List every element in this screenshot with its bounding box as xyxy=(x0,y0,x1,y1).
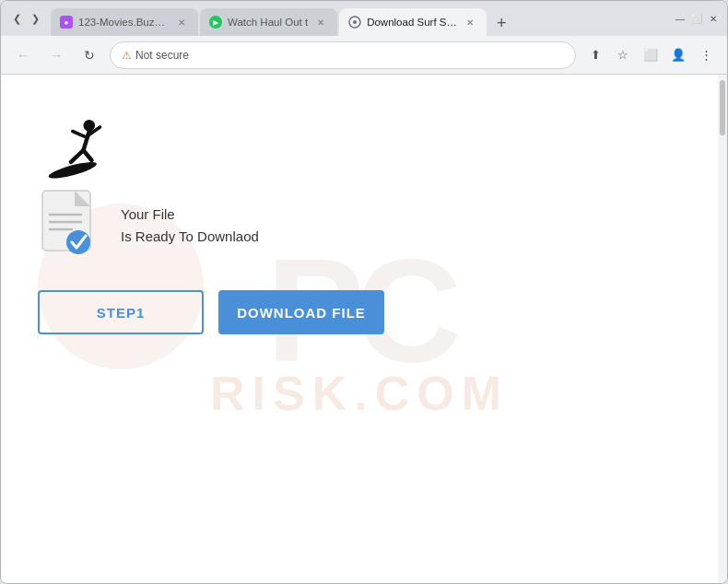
back-button[interactable]: ← xyxy=(10,42,36,68)
tab-1-label: 123-Movies.Buzz & t xyxy=(78,17,169,28)
content-area: Your File Is Ready To Downlaod STEP1 DOW… xyxy=(38,102,681,334)
new-tab-button[interactable]: + xyxy=(488,10,514,36)
not-secure-label: Not secure xyxy=(135,49,189,62)
address-bar: ← → ↻ ⚠ Not secure ⬆ ☆ ⬜ 👤 ⋮ xyxy=(1,36,727,75)
close-button[interactable]: ✕ xyxy=(707,12,720,25)
address-bar-input[interactable]: ⚠ Not secure xyxy=(110,41,576,69)
svg-line-7 xyxy=(73,132,86,137)
window-controls: — ⬜ ✕ xyxy=(674,12,720,25)
tab-2-favicon: ▶ xyxy=(209,16,222,29)
watermark-risk-text: RISK.COM xyxy=(210,366,509,421)
title-bar: ❮ ❯ ● 123-Movies.Buzz & t ✕ ▶ Watch Haul… xyxy=(1,1,727,36)
page-inner: PC RISK.COM xyxy=(1,75,718,583)
step1-button[interactable]: STEP1 xyxy=(38,290,204,334)
tab-3-label: Download Surf Start xyxy=(367,17,457,28)
buttons-row: STEP1 DOWNLOAD FILE xyxy=(38,290,681,334)
maximize-button[interactable]: ⬜ xyxy=(690,12,703,25)
tab-1-close[interactable]: ✕ xyxy=(174,15,189,29)
forward-button[interactable]: → xyxy=(43,42,69,68)
tab-view-button[interactable]: ⬜ xyxy=(639,43,663,67)
address-actions: ⬆ ☆ ⬜ 👤 ⋮ xyxy=(583,43,718,67)
doc-line1: Your File xyxy=(121,204,259,226)
tab-2-label: Watch Haul Out t xyxy=(228,17,308,28)
tab-nav-next[interactable]: ❯ xyxy=(27,10,43,27)
tab-strip: ● 123-Movies.Buzz & t ✕ ▶ Watch Haul Out… xyxy=(51,1,663,36)
tab-123movies[interactable]: ● 123-Movies.Buzz & t ✕ xyxy=(51,8,198,36)
tab-3-close[interactable]: ✕ xyxy=(463,15,477,29)
scrollbar-thumb[interactable] xyxy=(720,80,725,135)
svg-point-14 xyxy=(66,230,90,254)
tab-2-close[interactable]: ✕ xyxy=(313,15,328,29)
svg-line-6 xyxy=(84,150,92,160)
document-icon xyxy=(38,189,102,263)
tab-surfstart[interactable]: Download Surf Start ✕ xyxy=(339,8,487,36)
svg-point-1 xyxy=(353,20,357,24)
bookmark-button[interactable]: ☆ xyxy=(611,43,635,67)
svg-line-5 xyxy=(71,150,84,162)
doc-text: Your File Is Ready To Downlaod xyxy=(121,204,259,248)
page-content: PC RISK.COM xyxy=(1,75,727,583)
warning-icon: ⚠ xyxy=(122,49,132,62)
doc-row: Your File Is Ready To Downlaod xyxy=(38,189,681,263)
scrollbar[interactable] xyxy=(718,75,727,583)
doc-line2: Is Ready To Downlaod xyxy=(121,226,259,248)
menu-button[interactable]: ⋮ xyxy=(694,43,718,67)
minimize-button[interactable]: — xyxy=(674,12,687,25)
browser-window: ❮ ❯ ● 123-Movies.Buzz & t ✕ ▶ Watch Haul… xyxy=(0,0,728,584)
tab-1-favicon: ● xyxy=(60,16,73,29)
profile-button[interactable]: 👤 xyxy=(666,43,690,67)
surfer-image xyxy=(38,102,681,189)
share-button[interactable]: ⬆ xyxy=(583,43,607,67)
tab-watchhaul[interactable]: ▶ Watch Haul Out t ✕ xyxy=(200,8,337,36)
tab-3-favicon xyxy=(348,16,361,29)
tab-navigation: ❮ ❯ xyxy=(8,10,43,27)
tab-nav-prev[interactable]: ❮ xyxy=(8,10,25,27)
not-secure-indicator: ⚠ Not secure xyxy=(122,49,189,62)
reload-button[interactable]: ↻ xyxy=(76,42,102,68)
download-file-button[interactable]: DOWNLOAD FILE xyxy=(218,290,384,334)
